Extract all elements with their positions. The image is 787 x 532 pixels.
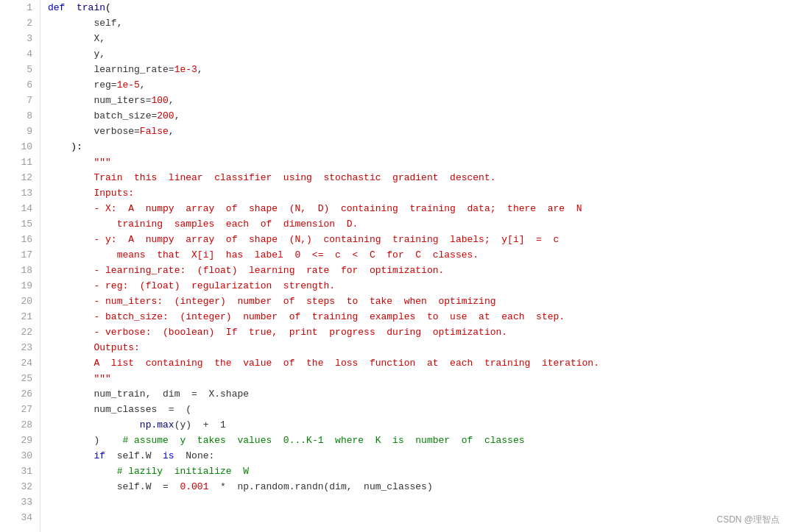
code-line: def train( xyxy=(48,0,787,15)
code-line: """ xyxy=(48,155,787,170)
code-line: - num_iters: (integer) number of steps t… xyxy=(48,294,787,309)
line-number: 26 xyxy=(0,386,40,402)
line-number: 18 xyxy=(0,263,40,278)
code-content[interactable]: def train( self, X, y, learning_rate=1e-… xyxy=(40,0,787,532)
line-numbers: 1234567891011121314151617181920212223242… xyxy=(0,0,40,532)
line-number: 6 xyxy=(0,77,40,93)
line-number: 15 xyxy=(0,216,40,232)
code-line: y, xyxy=(48,46,787,62)
code-line: training samples each of dimension D. xyxy=(48,216,787,232)
code-line: Inputs: xyxy=(48,185,787,201)
code-line: Train this linear classifier using stoch… xyxy=(48,170,787,185)
line-number: 33 xyxy=(0,494,40,510)
code-line: num_iters=100, xyxy=(48,93,787,108)
line-number: 19 xyxy=(0,278,40,294)
line-number: 9 xyxy=(0,124,40,139)
code-line: - learning_rate: (float) learning rate f… xyxy=(48,263,787,278)
code-line: self, xyxy=(48,15,787,31)
line-number: 20 xyxy=(0,294,40,309)
line-number: 32 xyxy=(0,479,40,494)
code-line: np.max(y) + 1 xyxy=(48,417,787,433)
line-number: 17 xyxy=(0,247,40,263)
code-line: - X: A numpy array of shape (N, D) conta… xyxy=(48,201,787,216)
code-area: 1234567891011121314151617181920212223242… xyxy=(0,0,787,532)
line-number: 14 xyxy=(0,201,40,216)
code-line: X, xyxy=(48,31,787,46)
code-line: - y: A numpy array of shape (N,) contain… xyxy=(48,232,787,247)
code-line: - batch_size: (integer) number of traini… xyxy=(48,309,787,324)
line-number: 30 xyxy=(0,448,40,464)
line-number: 23 xyxy=(0,340,40,355)
line-number: 16 xyxy=(0,232,40,247)
code-line: """ xyxy=(48,371,787,386)
line-number: 7 xyxy=(0,93,40,108)
line-number: 5 xyxy=(0,62,40,77)
line-number: 25 xyxy=(0,371,40,386)
code-line: self.W = 0.001 * np.random.randn(dim, nu… xyxy=(48,479,787,494)
line-number: 28 xyxy=(0,417,40,433)
code-line: batch_size=200, xyxy=(48,108,787,124)
line-number: 8 xyxy=(0,108,40,124)
line-number: 34 xyxy=(0,510,40,525)
line-number: 10 xyxy=(0,139,40,155)
editor-container: 1234567891011121314151617181920212223242… xyxy=(0,0,787,532)
line-number: 27 xyxy=(0,402,40,417)
code-line: ): xyxy=(48,139,787,155)
line-number: 31 xyxy=(0,464,40,479)
line-number: 22 xyxy=(0,324,40,340)
code-line: learning_rate=1e-3, xyxy=(48,62,787,77)
line-number: 29 xyxy=(0,433,40,448)
code-line: - reg: (float) regularization strength. xyxy=(48,278,787,294)
line-number: 24 xyxy=(0,355,40,371)
line-number: 13 xyxy=(0,185,40,201)
line-number: 1 xyxy=(0,0,40,15)
code-line: num_classes = ( xyxy=(48,402,787,417)
watermark: CSDN @理智点 xyxy=(716,514,780,526)
code-line: means that X[i] has label 0 <= c < C for… xyxy=(48,247,787,263)
code-line: # lazily initialize W xyxy=(48,464,787,479)
code-line: A list containing the value of the loss … xyxy=(48,355,787,371)
code-line: num_train, dim = X.shape xyxy=(48,386,787,402)
line-number: 11 xyxy=(0,155,40,170)
line-number: 4 xyxy=(0,46,40,62)
code-line: ) # assume y takes values 0...K-1 where … xyxy=(48,433,787,448)
code-line: if self.W is None: xyxy=(48,448,787,464)
code-line: verbose=False, xyxy=(48,124,787,139)
line-number: 12 xyxy=(0,170,40,185)
code-line: Outputs: xyxy=(48,340,787,355)
code-line: reg=1e-5, xyxy=(48,77,787,93)
line-number: 21 xyxy=(0,309,40,324)
line-number: 3 xyxy=(0,31,40,46)
line-number: 2 xyxy=(0,15,40,31)
code-line: - verbose: (boolean) If true, print prog… xyxy=(48,324,787,340)
